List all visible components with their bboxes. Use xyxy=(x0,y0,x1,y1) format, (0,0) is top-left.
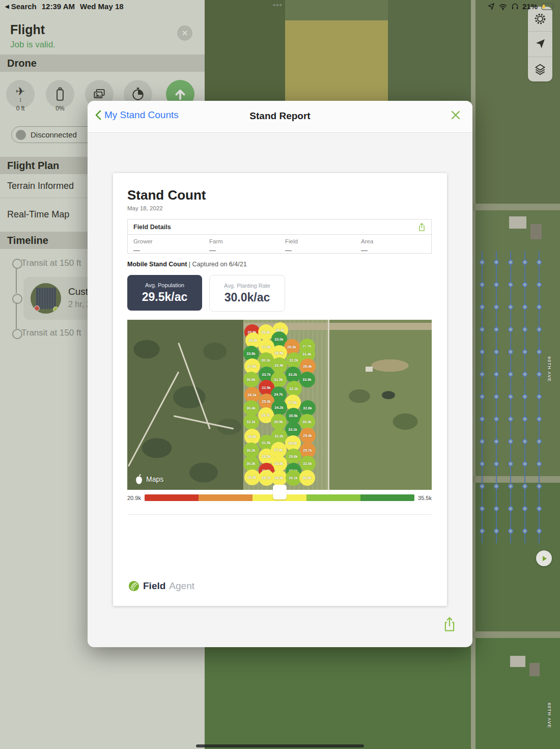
clock: 12:39 AM xyxy=(42,2,75,11)
mission-end-dot xyxy=(53,307,59,312)
field-detail-area: Area — xyxy=(355,235,431,254)
column-label: Field xyxy=(285,238,355,244)
stat-cards: Avg. Population 29.5k/ac Avg. Planting R… xyxy=(127,275,285,312)
headphones-icon xyxy=(511,3,519,10)
stand-count-circle: 25.4k xyxy=(300,428,316,443)
stand-count-circle: 33.2k xyxy=(285,367,301,382)
field-detail-grower: Grower — xyxy=(128,235,204,254)
stand-count-circle: 30.1k xyxy=(286,470,301,486)
attribution-label: Maps xyxy=(146,475,163,483)
stand-count-circle: 32.1k xyxy=(286,381,302,397)
field-details-box: Field Details Grower — Farm xyxy=(127,219,432,254)
map-attribution: Maps xyxy=(133,474,163,485)
status-date: Wed May 18 xyxy=(80,2,124,11)
close-icon xyxy=(450,109,461,121)
stand-count-circle: 30.3k xyxy=(299,414,315,430)
timeline-node xyxy=(12,259,22,269)
stat-label: Avg. Population xyxy=(145,282,184,288)
upload-arrow-icon xyxy=(173,87,187,101)
drone-section-header: Drone xyxy=(0,54,205,72)
divider xyxy=(127,514,432,515)
fieldagent-leaf-icon xyxy=(128,580,139,592)
stand-count-circle: 33.1k xyxy=(285,422,301,437)
stand-count-circle: 32.0k xyxy=(300,456,316,471)
apple-logo-icon xyxy=(133,474,145,485)
location-services-icon xyxy=(487,3,495,10)
field-details-columns: Grower — Farm — Field — Area — xyxy=(128,235,431,254)
field-detail-field: Field — xyxy=(279,235,355,254)
column-label: Grower xyxy=(133,238,204,244)
timeline-connector xyxy=(16,268,17,293)
updown-arrow-icon: ↕ xyxy=(19,96,22,103)
field-details-title: Field Details xyxy=(133,224,171,231)
stand-count-circle: 32.1k xyxy=(243,414,259,430)
stand-count-circle: 28.9k xyxy=(271,470,287,486)
fieldagent-logo: FieldAgent xyxy=(128,580,194,592)
farm-building xyxy=(509,216,526,229)
timeline-transit-after: Transit at 150 ft xyxy=(21,328,81,338)
scale-segment xyxy=(360,494,414,501)
field-details-share-button[interactable] xyxy=(417,222,426,234)
timeline-node xyxy=(12,329,22,339)
connection-dot xyxy=(16,130,26,140)
stand-report-modal: My Stand Counts Stand Report Stand Count… xyxy=(88,101,472,647)
timeline-transit-before: Transit at 150 ft xyxy=(21,258,81,268)
map-layers-button[interactable] xyxy=(528,57,552,81)
status-right: 21% xyxy=(487,2,555,11)
scale-max-label: 35.5k xyxy=(418,495,432,501)
photos-icon xyxy=(92,88,106,101)
modal-share-button[interactable] xyxy=(442,616,457,635)
stand-count-circle: 35.5k xyxy=(286,408,301,424)
field-details-header: Field Details xyxy=(128,219,431,235)
status-bar: ◀ Search 12:39 AM Wed May 18 ••• xyxy=(0,0,560,14)
road-label: 60TH AVE xyxy=(547,356,552,382)
map-locate-button[interactable] xyxy=(528,32,552,57)
stand-count-circle: 32.6k xyxy=(300,400,316,416)
field-detail-farm: Farm — xyxy=(204,235,279,254)
map-controls xyxy=(528,7,552,81)
location-arrow-icon xyxy=(534,38,546,50)
altitude-indicator: ✈ ↕ xyxy=(6,80,35,108)
multitask-indicator[interactable]: ••• xyxy=(273,1,283,9)
stand-count-map[interactable]: 28.3k20.9k28.4k33.0k28.4k31.8k27.3k26.3k… xyxy=(127,320,432,490)
avg-planting-rate-card: Avg. Planting Rate 30.0k/ac xyxy=(209,275,285,312)
stand-count-circle: 30.6k xyxy=(243,372,259,387)
modal-close-button[interactable] xyxy=(450,109,461,123)
scale-drag-handle[interactable] xyxy=(273,485,287,500)
home-indicator[interactable] xyxy=(196,744,364,747)
stand-count-circle: 33.9k xyxy=(299,372,315,387)
status-left: ◀ Search 12:39 AM Wed May 18 xyxy=(5,2,124,11)
brand-agent: Agent xyxy=(169,580,194,592)
stand-count-circle: 28.8k xyxy=(244,429,260,445)
stand-count-circle: 29.6k xyxy=(286,449,301,464)
stand-count-circle: 30.3k xyxy=(243,456,259,471)
stat-label: Avg. Planting Rate xyxy=(224,283,270,289)
capture-line: Mobile Stand Count | Captured on 6/4/21 xyxy=(127,261,247,268)
drone-battery-indicator xyxy=(46,80,74,108)
altitude-value: 0 ft xyxy=(6,105,35,112)
stand-count-circle: 32.2k xyxy=(286,352,302,368)
stand-count-circle: 30.5k xyxy=(271,414,287,430)
sidebar-close-button[interactable]: × xyxy=(177,25,192,41)
field-patch xyxy=(205,0,285,117)
back-to-app-button[interactable]: ◀ Search xyxy=(5,2,37,11)
stat-value: 29.5k/ac xyxy=(142,290,188,304)
flight-play-button[interactable] xyxy=(536,550,552,566)
stand-count-circle: 28.3k xyxy=(244,469,260,485)
screen: Flight Job is valid. × Drone ✈ ↕ 0 ft 0% xyxy=(0,0,560,749)
column-label: Area xyxy=(361,238,431,244)
stand-count-circle: 28.5k xyxy=(299,470,315,486)
share-icon xyxy=(417,222,426,232)
back-triangle-icon: ◀ xyxy=(5,4,9,9)
job-valid-status: Job is valid. xyxy=(10,40,55,50)
capture-title: Mobile Stand Count xyxy=(127,261,187,268)
battery-icon xyxy=(53,87,67,101)
column-value: — xyxy=(361,246,431,254)
stat-value: 30.0k/ac xyxy=(225,291,270,304)
battery-icon xyxy=(541,3,555,10)
column-value: — xyxy=(209,246,279,254)
farm-building xyxy=(530,224,542,239)
back-app-label: Search xyxy=(11,2,37,11)
column-value: — xyxy=(133,246,204,254)
report-date: May 18, 2022 xyxy=(127,205,163,211)
